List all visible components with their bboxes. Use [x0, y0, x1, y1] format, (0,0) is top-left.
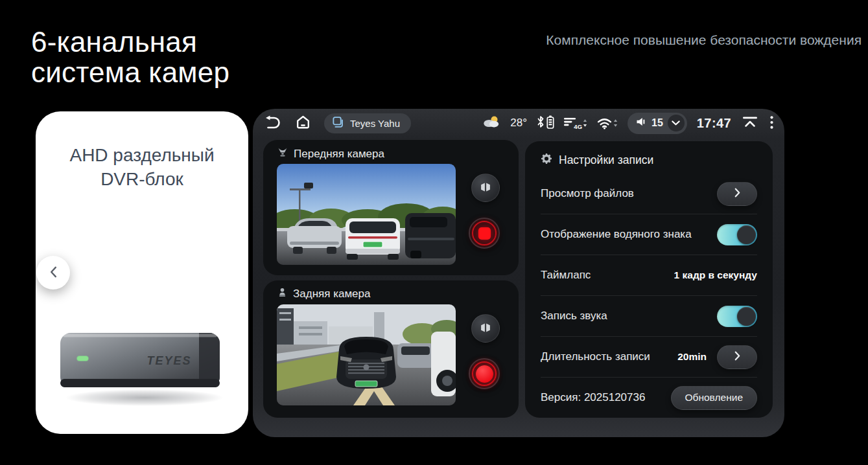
volume-level: 15 — [651, 117, 663, 129]
clock: 17:47 — [697, 116, 731, 131]
collapse-icon — [742, 117, 758, 130]
recording-settings-card: Настройки записи Просмотр файлов Отображ… — [525, 141, 773, 418]
front-camera-record-button[interactable] — [469, 218, 500, 249]
bluetooth-icon — [537, 115, 545, 131]
audio-record-toggle[interactable] — [717, 306, 757, 327]
rear-camera-record-button[interactable] — [469, 358, 500, 389]
rear-camera-feed[interactable] — [277, 304, 456, 405]
flip-camera-icon — [478, 321, 493, 337]
wifi-activity-arrows — [613, 119, 618, 128]
record-ring — [472, 221, 497, 245]
duration-button[interactable] — [717, 345, 757, 369]
version-label: Версия: 2025120736 — [541, 391, 645, 404]
home-icon — [295, 114, 311, 132]
duration-label: Длительность записи — [541, 350, 650, 363]
toggle-knob — [737, 307, 756, 326]
device-brand-text: TEYES — [147, 354, 191, 367]
chevron-down-icon[interactable] — [668, 115, 685, 131]
update-button[interactable]: Обновление — [671, 386, 758, 410]
setting-row-duration: Длительность записи 20min — [541, 336, 757, 377]
prev-slide-button[interactable] — [36, 256, 70, 289]
dvr-device-image: TEYES — [54, 325, 230, 409]
rear-camera-card: Задняя камера — [263, 280, 519, 418]
status-bar: Teyes Yahu 28° — [253, 109, 784, 137]
page-title: 6-канальная система камер — [31, 27, 229, 87]
timelapse-value: 1 кадр в секунду — [674, 269, 757, 281]
mobile-signal-icon: 4G — [564, 117, 587, 129]
rear-camera-header: Задняя камера — [277, 288, 370, 301]
rear-camera-title: Задняя камера — [293, 288, 370, 301]
duration-value: 20min — [677, 351, 707, 363]
front-camera-icon — [277, 147, 288, 161]
battery-icon — [546, 115, 554, 131]
setting-row-watermark: Отображение водяного знака — [541, 214, 757, 255]
page-subtitle: Комплексное повышение безопасности вожде… — [546, 32, 862, 48]
temperature: 28° — [510, 117, 527, 130]
page: 6-канальная система камер Комплексное по… — [0, 0, 868, 465]
kebab-icon — [770, 116, 773, 131]
more-menu-button[interactable] — [769, 115, 775, 132]
recents-icon — [331, 115, 344, 131]
rear-camera-flip-button[interactable] — [471, 314, 500, 343]
watermark-toggle[interactable] — [717, 224, 757, 245]
setting-row-view-files: Просмотр файлов — [541, 174, 757, 214]
product-title-line2: DVR-блок — [100, 169, 183, 189]
audio-record-label: Запись звука — [541, 310, 607, 323]
back-button[interactable] — [263, 114, 282, 133]
start-recording-icon — [476, 365, 493, 383]
chevron-left-icon — [50, 266, 57, 280]
front-camera-photo — [277, 164, 456, 265]
chevron-right-icon — [734, 351, 740, 363]
wifi-icon — [597, 117, 618, 130]
setting-row-audio: Запись звука — [541, 295, 757, 336]
speaker-icon — [635, 116, 647, 130]
stop-recording-icon — [478, 227, 491, 240]
page-title-line1: 6-канальная — [31, 26, 197, 58]
gear-icon — [541, 153, 552, 168]
setting-row-timelapse[interactable]: Таймлапс 1 кадр в секунду — [541, 255, 757, 295]
device-led — [77, 356, 88, 361]
head-unit-panel: Teyes Yahu 28° — [253, 109, 784, 437]
data-activity-arrows — [583, 119, 587, 128]
product-title-line1: AHD раздельный — [69, 145, 214, 165]
watermark-label: Отображение водяного знака — [541, 228, 692, 241]
front-camera-feed[interactable] — [277, 164, 456, 265]
page-title-line2: система камер — [31, 56, 229, 88]
front-camera-flip-button[interactable] — [471, 174, 500, 202]
front-camera-title: Передняя камера — [294, 148, 384, 161]
settings-header: Настройки записи — [541, 141, 757, 174]
settings-title: Настройки записи — [559, 153, 653, 167]
rear-camera-icon — [277, 288, 287, 301]
rear-camera-photo — [277, 304, 456, 405]
chevron-right-icon — [734, 188, 740, 199]
front-camera-header: Передняя камера — [277, 147, 384, 161]
weather-icon — [482, 115, 500, 131]
recent-app-pill[interactable]: Teyes Yahu — [324, 113, 411, 133]
flip-camera-icon — [478, 180, 493, 196]
app-name: Teyes Yahu — [350, 118, 400, 129]
network-type-label: 4G — [574, 123, 582, 130]
view-files-label: Просмотр файлов — [541, 187, 634, 200]
back-icon — [264, 115, 281, 131]
record-ring — [472, 361, 497, 386]
setting-row-version: Версия: 2025120736 Обновление — [541, 377, 757, 418]
volume-control[interactable]: 15 — [628, 113, 687, 134]
collapse-button[interactable] — [741, 115, 759, 131]
timelapse-label: Таймлапс — [541, 269, 591, 282]
toggle-knob — [737, 225, 756, 244]
home-button[interactable] — [294, 113, 312, 133]
product-card-title: AHD раздельный DVR-блок — [36, 144, 248, 192]
front-camera-card: Передняя камера — [263, 140, 519, 275]
view-files-button[interactable] — [717, 182, 757, 206]
